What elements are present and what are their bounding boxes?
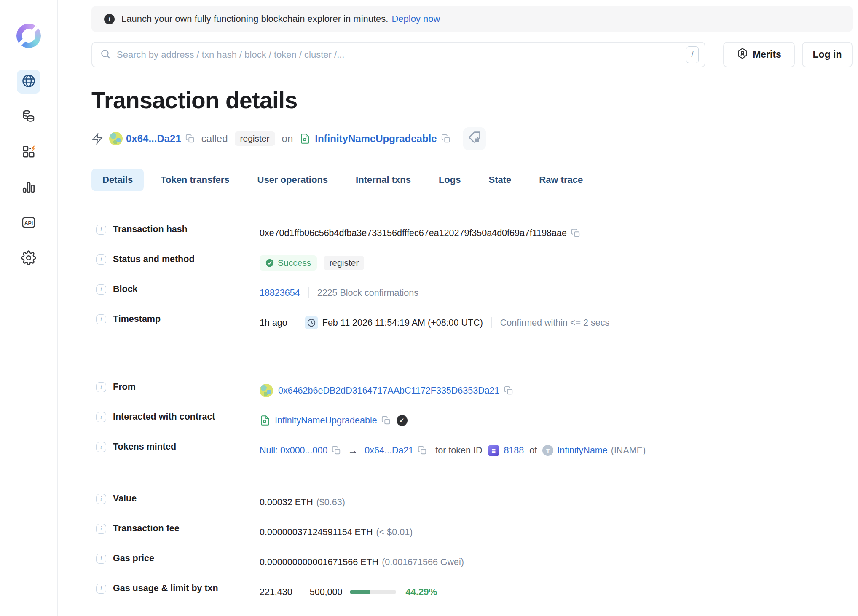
section-divider bbox=[91, 473, 853, 473]
api-icon: API bbox=[21, 215, 36, 232]
status-badge: Success bbox=[260, 255, 317, 271]
sidebar-item-api[interactable]: API bbox=[17, 212, 40, 235]
of-label: of bbox=[529, 445, 537, 456]
fee-eth: 0.00000037124591154 ETH bbox=[260, 527, 373, 538]
method-tag: register bbox=[235, 131, 275, 146]
token-id-link[interactable]: 8188 bbox=[504, 445, 524, 456]
apps-icon bbox=[21, 144, 36, 161]
stats-icon bbox=[21, 179, 36, 196]
tx-summary: 0x64...Da21 called register on InfinityN… bbox=[91, 127, 853, 150]
settings-icon bbox=[21, 250, 36, 267]
contract-icon bbox=[300, 133, 311, 144]
row-value: i Value 0.00032 ETH ($0.63) bbox=[91, 493, 853, 511]
confirmation-time: Confirmed within <= 2 secs bbox=[500, 318, 609, 328]
merits-button[interactable]: Merits bbox=[723, 42, 795, 67]
private-tag-button[interactable] bbox=[463, 127, 486, 150]
token-symbol: (INAME) bbox=[611, 445, 646, 456]
verified-check-icon: ✓ bbox=[397, 415, 408, 426]
row-tokens-minted: i Tokens minted Null: 0x000...000 → 0x64… bbox=[91, 442, 853, 459]
search-bar[interactable]: / bbox=[91, 42, 705, 67]
sidebar: API bbox=[0, 0, 58, 616]
deploy-now-link[interactable]: Deploy now bbox=[391, 13, 440, 24]
zap-icon bbox=[91, 133, 103, 145]
hint-icon[interactable]: i bbox=[96, 225, 106, 235]
fee-usd: (< $0.01) bbox=[376, 527, 413, 538]
tab-internal-txns[interactable]: Internal txns bbox=[345, 169, 422, 191]
mint-from-link[interactable]: Null: 0x000...000 bbox=[260, 445, 327, 456]
row-gas-price: i Gas price 0.000000000001671566 ETH (0.… bbox=[91, 553, 853, 571]
gas-progress-bar bbox=[350, 590, 396, 594]
from-address-link[interactable]: 0x6462b6eDB2dD3164717AAbC1172F335D6353Da… bbox=[278, 386, 500, 396]
copy-icon[interactable] bbox=[504, 386, 513, 395]
value-usd: ($0.63) bbox=[316, 497, 345, 508]
tab-details[interactable]: Details bbox=[91, 169, 144, 191]
tokens-icon bbox=[21, 109, 36, 126]
copy-icon[interactable] bbox=[571, 228, 580, 238]
tab-state[interactable]: State bbox=[477, 169, 522, 191]
copy-icon[interactable] bbox=[332, 446, 341, 455]
hint-icon[interactable]: i bbox=[96, 442, 106, 452]
info-icon: i bbox=[104, 14, 115, 24]
on-label: on bbox=[282, 133, 293, 145]
hint-icon[interactable]: i bbox=[96, 254, 106, 265]
login-button[interactable]: Log in bbox=[802, 42, 853, 67]
sidebar-item-apps[interactable] bbox=[17, 141, 40, 164]
main-content: i Launch your own fully functioning bloc… bbox=[58, 0, 858, 601]
row-transaction-fee: i Transaction fee 0.00000037124591154 ET… bbox=[91, 523, 853, 541]
from-address-short-link[interactable]: 0x64...Da21 bbox=[126, 133, 181, 145]
copy-icon[interactable] bbox=[418, 446, 427, 455]
tab-raw-trace[interactable]: Raw trace bbox=[528, 169, 594, 191]
mint-to-link[interactable]: 0x64...Da21 bbox=[365, 445, 413, 456]
nft-token-icon: ≣ bbox=[488, 445, 499, 456]
gas-percent: 44.29% bbox=[405, 587, 437, 597]
gas-used: 221,430 bbox=[260, 587, 292, 597]
hint-icon[interactable]: i bbox=[96, 584, 106, 594]
tab-user-operations[interactable]: User operations bbox=[247, 169, 339, 191]
sidebar-item-tokens[interactable] bbox=[17, 105, 40, 129]
hint-icon[interactable]: i bbox=[96, 284, 106, 295]
sidebar-item-network[interactable] bbox=[17, 70, 40, 94]
method-tag: register bbox=[324, 256, 364, 270]
promo-banner: i Launch your own fully functioning bloc… bbox=[91, 6, 853, 32]
contract-icon bbox=[260, 415, 271, 426]
clock-icon bbox=[305, 316, 318, 329]
gas-price-eth: 0.000000000001671566 ETH bbox=[260, 557, 378, 568]
block-number-link[interactable]: 18823654 bbox=[260, 288, 300, 298]
hint-icon[interactable]: i bbox=[96, 494, 106, 504]
tab-logs[interactable]: Logs bbox=[428, 169, 472, 191]
sidebar-item-stats[interactable] bbox=[17, 176, 40, 200]
hint-icon[interactable]: i bbox=[96, 412, 106, 422]
token-name-link[interactable]: InfinityName bbox=[557, 445, 608, 456]
interacted-contract-link[interactable]: InfinityNameUpgradeable bbox=[275, 415, 377, 426]
gas-price-gwei: (0.001671566 Gwei) bbox=[382, 557, 464, 568]
row-timestamp: i Timestamp 1h ago Feb 11 2026 11:54:19 … bbox=[91, 314, 853, 332]
for-token-id-label: for token ID bbox=[435, 445, 482, 456]
timestamp-datetime: Feb 11 2026 11:54:19 AM (+08:00 UTC) bbox=[322, 318, 483, 328]
search-icon bbox=[100, 48, 111, 61]
blockscout-logo[interactable] bbox=[16, 24, 41, 48]
row-transaction-hash: i Transaction hash 0xe70d1ffb06c56b4dfba… bbox=[91, 224, 853, 242]
tab-bar: Details Token transfers User operations … bbox=[91, 169, 853, 191]
hint-icon[interactable]: i bbox=[96, 314, 106, 324]
contract-name-link[interactable]: InfinityNameUpgradeable bbox=[315, 133, 437, 145]
search-input[interactable] bbox=[117, 49, 686, 60]
gas-progress-fill bbox=[350, 590, 370, 594]
block-confirmations: 2225 Block confirmations bbox=[317, 288, 418, 298]
row-status-method: i Status and method Success register bbox=[91, 254, 853, 272]
copy-icon[interactable] bbox=[381, 416, 391, 425]
hint-icon[interactable]: i bbox=[96, 382, 106, 392]
search-hotkey-hint: / bbox=[686, 46, 699, 63]
banner-text: Launch your own fully functioning blockc… bbox=[121, 13, 388, 24]
check-circle-icon bbox=[265, 259, 274, 267]
value-eth: 0.00032 ETH bbox=[260, 497, 313, 508]
sidebar-item-settings[interactable] bbox=[17, 247, 40, 271]
page-title: Transaction details bbox=[91, 87, 853, 114]
tab-token-transfers[interactable]: Token transfers bbox=[150, 169, 240, 191]
hint-icon[interactable]: i bbox=[96, 554, 106, 564]
copy-icon[interactable] bbox=[185, 134, 195, 143]
token-letter-icon: T bbox=[542, 445, 553, 456]
copy-icon[interactable] bbox=[441, 134, 450, 143]
hint-icon[interactable]: i bbox=[96, 524, 106, 534]
row-block: i Block 18823654 2225 Block confirmation… bbox=[91, 284, 853, 302]
arrow-right-icon: → bbox=[348, 445, 358, 456]
